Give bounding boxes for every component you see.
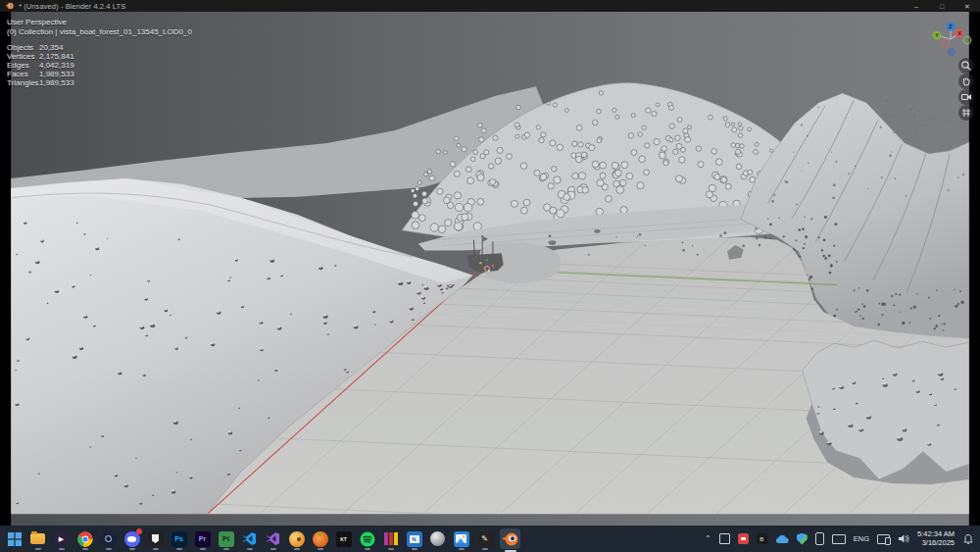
- touch-keyboard-icon[interactable]: [832, 534, 846, 544]
- zoom-icon[interactable]: [958, 58, 974, 74]
- toggle-projection-icon[interactable]: [958, 105, 974, 121]
- discord-notification-badge: [136, 528, 142, 534]
- photoshop-icon[interactable]: Ps: [171, 530, 187, 547]
- discord-icon[interactable]: [123, 530, 140, 547]
- window-titlebar: * (Unsaved) - Blender 4.2.4 LTS – □ ✕: [0, 0, 980, 12]
- vscode-icon[interactable]: [241, 530, 258, 547]
- gizmo-minus-z-axis[interactable]: [948, 48, 956, 56]
- close-button[interactable]: ✕: [955, 0, 980, 12]
- gizmo-minus-y-axis[interactable]: [963, 36, 971, 44]
- winrar-icon[interactable]: [382, 530, 399, 547]
- media-player-icon[interactable]: ▶: [53, 530, 70, 547]
- window-title: * (Unsaved) - Blender 4.2.4 LTS: [19, 2, 125, 11]
- gizmo-minus-x-axis[interactable]: [942, 39, 950, 47]
- photos-icon[interactable]: [453, 530, 469, 547]
- tray-window-icon[interactable]: [719, 533, 730, 544]
- notifications-bell-icon[interactable]: [962, 533, 974, 545]
- sketch-app-icon[interactable]: ✎: [476, 530, 493, 547]
- gizmo-y-label: Y: [935, 32, 939, 38]
- cast-icon[interactable]: [877, 534, 890, 544]
- windows-taskbar: ▶ Ps Pr Pt KT N ✎: [0, 526, 980, 552]
- taskbar-clock[interactable]: 5:42:34 AM 3/16/2025: [917, 530, 955, 547]
- blender-icon[interactable]: [500, 528, 520, 549]
- pureref-icon[interactable]: [429, 530, 446, 547]
- maximize-button[interactable]: □: [929, 0, 955, 12]
- spotify-icon[interactable]: [359, 530, 375, 547]
- pan-hand-icon[interactable]: [958, 74, 974, 89]
- language-indicator[interactable]: ENG: [854, 534, 869, 543]
- fl-studio-icon[interactable]: [312, 530, 328, 547]
- clock-date: 3/16/2025: [917, 539, 955, 548]
- phone-link-icon[interactable]: [815, 532, 824, 545]
- premiere-icon[interactable]: Pr: [194, 530, 211, 547]
- blue-window-app-icon[interactable]: N: [406, 530, 422, 547]
- blender-3d-viewport[interactable]: User Perspective (0) Collection | vista_…: [0, 12, 980, 526]
- start-icon[interactable]: [6, 530, 23, 547]
- tray-b-app-icon[interactable]: B: [757, 533, 767, 544]
- dark-app-icon[interactable]: KT: [335, 530, 352, 547]
- minimize-button[interactable]: –: [904, 0, 929, 12]
- tray-chevron-icon[interactable]: ⌃: [705, 535, 711, 543]
- painter-icon[interactable]: Pt: [218, 530, 234, 547]
- windows-security-icon[interactable]: [797, 533, 808, 545]
- file-explorer-icon[interactable]: [29, 530, 46, 547]
- system-tray: ⌃ B ENG 5:42:34 AM 3/16/2025: [705, 530, 974, 547]
- volume-icon[interactable]: [898, 533, 909, 544]
- gizmo-x-label: X: [957, 30, 961, 36]
- steam-icon[interactable]: [100, 530, 117, 547]
- visual-studio-icon[interactable]: [265, 530, 281, 547]
- tray-red-app-icon[interactable]: [738, 533, 749, 544]
- viewport-scene: [0, 12, 980, 526]
- camera-view-icon[interactable]: [958, 89, 974, 105]
- epic-games-icon[interactable]: [147, 530, 164, 547]
- marmoset-icon[interactable]: [288, 530, 305, 547]
- chrome-icon[interactable]: [76, 530, 93, 547]
- blender-logo-icon: [6, 2, 14, 10]
- taskbar-pinned-apps: ▶ Ps Pr Pt KT N ✎: [6, 528, 520, 549]
- onedrive-icon[interactable]: [775, 534, 789, 544]
